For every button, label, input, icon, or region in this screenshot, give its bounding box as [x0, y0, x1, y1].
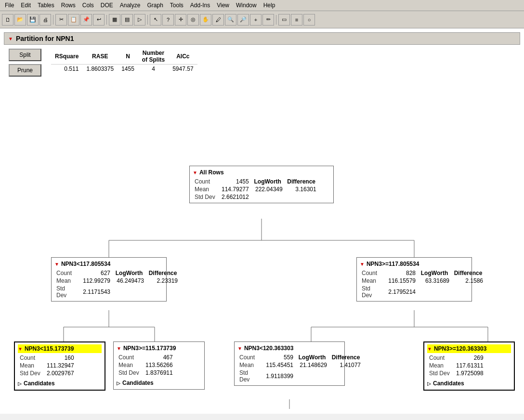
menu-graph[interactable]: Graph — [144, 1, 166, 10]
toolbar-zoom-out[interactable]: 🔎 — [237, 14, 249, 26]
toolbar-plus[interactable]: + — [250, 14, 262, 26]
root-node: ▼ All Rows Count 1455 LogWorth Differenc… — [189, 166, 334, 203]
l1l-lw-header: LogWorth — [112, 269, 146, 277]
root-sd-val: 2.6621012 — [217, 193, 251, 201]
l1l-diff-val: 2.23319 — [146, 277, 180, 285]
val-aicc: 5947.57 — [169, 65, 197, 74]
toolbar-copy[interactable]: 📋 — [68, 14, 79, 26]
toolbar-undo[interactable]: ↩ — [93, 14, 105, 26]
l2rr-title-text: NPN3>=120.363303 — [434, 345, 486, 352]
l2rl-mean-val: 115.45451 — [262, 361, 295, 369]
l1r-stats: Count 828 LogWorth Difference Mean 116.1… — [360, 269, 469, 299]
l2rl-arrow: ▼ — [237, 346, 242, 351]
prune-button[interactable]: Prune — [9, 64, 41, 77]
l2lr-stats: Count 467 Mean 113.56266 Std Dev 1.83769… — [117, 354, 201, 377]
controls: Split Prune — [9, 49, 41, 77]
l1-left-node: ▼ NPN3<117.805534 Count 627 LogWorth Dif… — [51, 257, 167, 302]
toolbar-target[interactable]: ◎ — [187, 14, 199, 26]
root-count-val: 1455 — [217, 178, 251, 185]
l2ll-arrow: ▼ — [18, 346, 23, 352]
menu-tables[interactable]: Tables — [35, 1, 57, 10]
toolbar-col[interactable]: ▤ — [121, 14, 133, 26]
toolbar-oval[interactable]: ○ — [303, 14, 315, 26]
toolbar-brush[interactable]: 🖊 — [212, 14, 224, 26]
toolbar-new[interactable]: 🗋 — [2, 14, 13, 26]
root-stats: Count 1455 LogWorth Difference Mean 114.… — [193, 178, 330, 201]
sep4 — [276, 15, 276, 25]
l1l-count-label: Count — [54, 269, 79, 277]
menu-window[interactable]: Window — [233, 1, 260, 10]
toolbar-save[interactable]: 💾 — [27, 14, 39, 26]
l2lr-count-label: Count — [117, 354, 141, 361]
val-rsquare: 0.511 — [51, 65, 82, 74]
summary-table: RSquare RASE N Numberof Splits AICc 0.51… — [51, 49, 197, 73]
toolbar-table[interactable]: ▦ — [109, 14, 120, 26]
col-splits: Numberof Splits — [138, 49, 169, 65]
l2lr-cand-label: Candidates — [122, 380, 154, 386]
l2rl-count-label: Count — [237, 354, 262, 361]
l2lr-mean-val: 113.56266 — [141, 361, 175, 369]
root-diff-val: 3.16301 — [285, 185, 318, 193]
menu-tools[interactable]: Tools — [167, 1, 186, 10]
toolbar-crosshair[interactable]: ✛ — [175, 14, 186, 26]
l2rr-sd-label: Std Dev — [427, 369, 452, 377]
l2rl-sd-val: 1.9118399 — [262, 369, 295, 383]
toolbar-rect[interactable]: ▭ — [278, 14, 290, 26]
toolbar-edit2[interactable]: ✏ — [262, 14, 274, 26]
l2rl-count-val: 559 — [262, 354, 295, 361]
l2ll-cand-arrow: ▷ — [18, 381, 22, 386]
l2lr-candidates-btn[interactable]: ▷ Candidates — [117, 379, 201, 387]
l2rl-diff-header: Difference — [329, 354, 363, 361]
root-lw-header: LogWorth — [251, 178, 285, 185]
toolbar-open[interactable]: 📂 — [14, 14, 26, 26]
root-node-title: ▼ All Rows — [193, 168, 330, 177]
menu-analyze[interactable]: Analyze — [117, 1, 144, 10]
l2ll-title-text: NPN3<115.173739 — [25, 345, 74, 352]
l2ll-stats: Count 160 Mean 111.32947 Std Dev 2.00297… — [18, 354, 102, 377]
menu-rows[interactable]: Rows — [58, 1, 79, 10]
l1r-diff-val: 2.1586 — [451, 277, 485, 285]
l2-rl-node: ▼ NPN3<120.363303 Count 559 LogWorth Dif… — [234, 341, 345, 386]
menu-doe[interactable]: DOE — [98, 1, 116, 10]
l2rr-stats: Count 269 Mean 117.61311 Std Dev 1.97250… — [427, 354, 511, 377]
menu-file[interactable]: File — [2, 1, 17, 10]
l2ll-candidates-btn[interactable]: ▷ Candidates — [18, 379, 102, 388]
l1l-mean-label: Mean — [54, 277, 79, 285]
root-mean-val: 114.79277 — [217, 185, 251, 193]
col-n: N — [118, 49, 138, 65]
menu-addins[interactable]: Add-Ins — [187, 1, 213, 10]
l2rr-candidates-btn[interactable]: ▷ Candidates — [427, 379, 511, 388]
split-button[interactable]: Split — [9, 49, 41, 61]
menu-cols[interactable]: Cols — [79, 1, 97, 10]
toolbar-cut[interactable]: ✂ — [55, 14, 67, 26]
toolbar-zoom-in[interactable]: 🔍 — [225, 14, 236, 26]
toolbar-select[interactable]: ↖ — [150, 14, 161, 26]
menu-help[interactable]: Help — [261, 1, 278, 10]
l2rl-diff-val: 1.41077 — [329, 361, 363, 369]
menu-edit[interactable]: Edit — [18, 1, 34, 10]
sep3 — [147, 15, 148, 25]
l1l-lw-val: 46.249473 — [112, 277, 146, 285]
col-rase: RASE — [82, 49, 118, 65]
l1r-lw-val: 63.31689 — [418, 277, 451, 285]
l1r-count-val: 828 — [384, 269, 418, 277]
l1r-mean-label: Mean — [360, 277, 384, 285]
l2-rr-node: ▼ NPN3>=120.363303 Count 269 Mean 117.61… — [423, 341, 515, 391]
toolbar-paste[interactable]: 📌 — [80, 14, 92, 26]
panel-title: Partition for NPN1 — [16, 35, 74, 42]
toolbar-help2[interactable]: ? — [162, 14, 174, 26]
l2rl-title: ▼ NPN3<120.363303 — [237, 344, 341, 353]
root-lw-val: 222.04349 — [251, 185, 285, 193]
toolbar-print[interactable]: 🖨 — [39, 14, 51, 26]
l2lr-title: ▼ NPN3>=115.173739 — [117, 344, 201, 353]
toolbar-pan[interactable]: ✋ — [200, 14, 211, 26]
l1l-title-text: NPN3<117.805534 — [61, 261, 110, 267]
toolbar-lines[interactable]: ≡ — [291, 14, 302, 26]
val-n: 1455 — [118, 65, 138, 74]
l2-lr-node: ▼ NPN3>=115.173739 Count 467 Mean 113.56… — [113, 341, 205, 390]
tree-container: ▼ All Rows Count 1455 LogWorth Differenc… — [9, 81, 515, 409]
l1-left-title: ▼ NPN3<117.805534 — [54, 260, 163, 268]
l2rr-count-label: Count — [427, 354, 452, 362]
toolbar-script[interactable]: ▷ — [134, 14, 145, 26]
menu-view[interactable]: View — [214, 1, 232, 10]
